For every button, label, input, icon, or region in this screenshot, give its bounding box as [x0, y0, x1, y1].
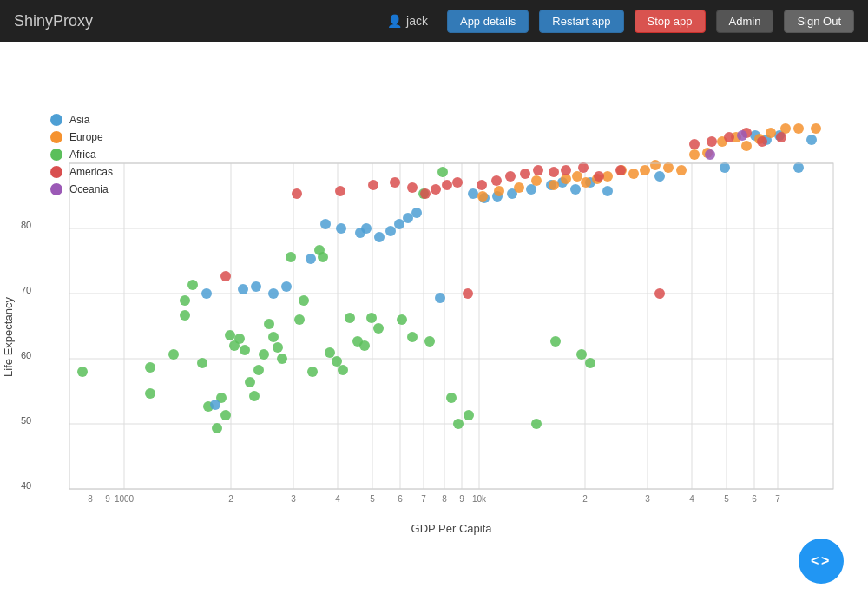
- dot-africa: [277, 354, 287, 364]
- dot-americas: [368, 180, 378, 190]
- dot-africa: [373, 323, 384, 334]
- dot-asia: [268, 288, 279, 299]
- username-label: jack: [406, 14, 428, 28]
- dot-africa: [407, 332, 418, 342]
- dot-europe: [793, 123, 804, 134]
- legend-asia-dot: [50, 114, 62, 126]
- dot-asia: [394, 219, 404, 229]
- dot-europe: [514, 182, 524, 193]
- x-axis-title: GDP Per Capita: [411, 522, 493, 535]
- dot-americas: [549, 167, 559, 177]
- dot-africa: [437, 167, 448, 177]
- svg-text:<: <: [811, 553, 819, 568]
- dot-europe: [628, 169, 639, 179]
- dot-asia: [570, 184, 581, 195]
- dot-africa: [294, 314, 305, 325]
- dot-americas: [491, 175, 502, 186]
- dot-europe: [581, 177, 591, 188]
- dot-asia: [281, 281, 292, 292]
- y-label-70: 70: [21, 285, 31, 295]
- dot-oceania: [705, 149, 715, 160]
- legend-oceania-dot: [50, 183, 62, 195]
- dot-asia: [336, 223, 346, 234]
- legend-africa-label: Africa: [69, 149, 96, 161]
- dot-americas: [615, 165, 626, 175]
- dot-asia: [306, 254, 316, 264]
- dot-americas: [452, 177, 463, 188]
- dot-africa: [338, 365, 348, 375]
- dot-asia: [468, 188, 478, 199]
- dot-europe: [640, 165, 650, 175]
- dot-asia: [654, 171, 665, 182]
- dot-americas: [505, 171, 516, 182]
- dot-africa: [332, 356, 342, 367]
- dot-africa: [245, 377, 255, 387]
- dot-africa: [464, 410, 474, 420]
- admin-button[interactable]: Admin: [716, 10, 774, 33]
- dot-asia: [411, 208, 422, 218]
- dot-europe: [663, 162, 674, 173]
- brand-label: ShinyProxy: [14, 12, 93, 30]
- dot-americas: [689, 139, 700, 149]
- float-nav-button[interactable]: < >: [799, 539, 844, 584]
- x-tick-2000: 2: [228, 494, 233, 504]
- dot-africa: [145, 388, 155, 399]
- dot-asia: [361, 223, 372, 234]
- x-tick-3000: 3: [291, 494, 296, 504]
- dot-africa: [180, 310, 190, 321]
- dot-africa: [234, 334, 245, 344]
- stop-app-button[interactable]: Stop app: [635, 10, 706, 33]
- dot-americas: [477, 180, 487, 190]
- dot-europe: [477, 191, 488, 202]
- dot-africa: [345, 313, 355, 323]
- dot-europe: [741, 141, 752, 151]
- dot-americas: [776, 132, 786, 142]
- dot-asia: [720, 162, 730, 173]
- sign-out-button[interactable]: Sign Out: [784, 10, 854, 33]
- dot-africa: [253, 365, 264, 375]
- y-label-50: 50: [21, 415, 31, 426]
- restart-app-button[interactable]: Restart app: [539, 10, 623, 33]
- dot-oceania: [737, 130, 747, 141]
- dot-americas: [335, 186, 345, 196]
- dot-africa: [366, 313, 377, 323]
- dot-americas: [707, 136, 717, 147]
- dot-africa: [397, 314, 407, 325]
- dot-americas: [431, 184, 441, 195]
- x-tick-9000: 9: [459, 494, 464, 504]
- dot-americas: [578, 162, 589, 173]
- dot-africa: [299, 295, 309, 306]
- dot-africa: [318, 252, 328, 262]
- dot-africa: [220, 410, 231, 420]
- dot-asia: [238, 284, 248, 294]
- dot-africa: [259, 349, 269, 360]
- user-info: 👤 jack: [387, 14, 428, 28]
- app-details-button[interactable]: App details: [447, 10, 529, 33]
- dot-africa: [286, 252, 296, 262]
- dot-africa: [325, 347, 335, 358]
- user-icon: 👤: [387, 14, 402, 28]
- dot-africa: [212, 423, 222, 433]
- dot-africa: [268, 332, 279, 342]
- dot-africa: [264, 319, 274, 329]
- dot-americas: [390, 177, 400, 188]
- x-tick-30000: 3: [645, 494, 650, 504]
- y-label-40: 40: [21, 480, 31, 491]
- dot-africa: [273, 342, 283, 353]
- dot-europe: [676, 165, 687, 175]
- dot-africa: [307, 367, 318, 377]
- dot-asia: [320, 219, 331, 229]
- dot-africa: [187, 280, 198, 290]
- dot-americas: [292, 188, 302, 199]
- dot-europe: [689, 149, 700, 160]
- dot-africa: [77, 367, 88, 377]
- chart-area: 40 50 60 70 80 Life Expectancy: [0, 42, 868, 608]
- dot-asia: [201, 288, 212, 299]
- legend-americas-dot: [50, 166, 62, 178]
- dot-americas: [442, 180, 452, 190]
- dot-americas: [520, 169, 530, 179]
- x-tick-50000: 5: [724, 494, 729, 504]
- x-tick-800: 8: [88, 494, 93, 504]
- dot-europe: [531, 175, 542, 186]
- svg-text:>: >: [821, 553, 829, 568]
